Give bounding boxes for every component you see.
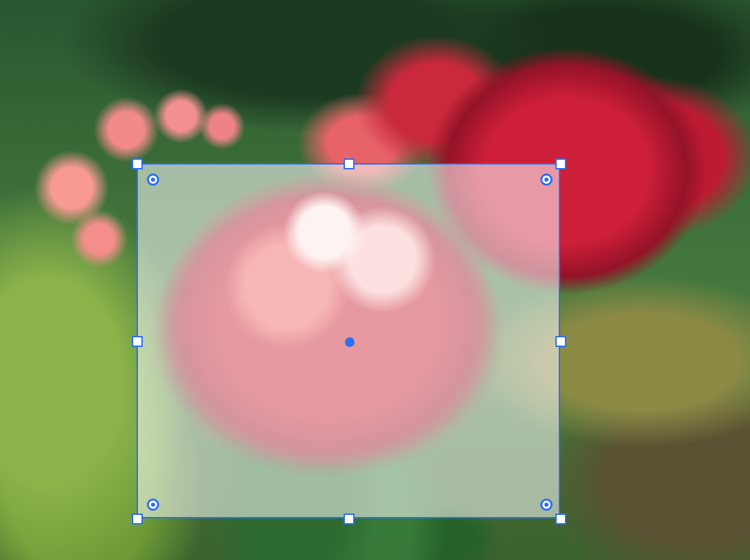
anchor-ne[interactable] <box>540 173 553 186</box>
resize-handle-w[interactable] <box>132 336 143 347</box>
image-canvas[interactable] <box>0 0 750 560</box>
resize-handle-se[interactable] <box>555 514 566 524</box>
resize-handle-ne[interactable] <box>555 158 566 169</box>
resize-handle-nw[interactable] <box>132 158 143 169</box>
selection-rectangle[interactable] <box>137 163 560 518</box>
anchor-se[interactable] <box>540 499 553 511</box>
resize-handle-sw[interactable] <box>132 514 143 524</box>
resize-handle-e[interactable] <box>555 336 566 347</box>
resize-handle-s[interactable] <box>344 514 355 524</box>
anchor-sw[interactable] <box>147 499 159 511</box>
anchor-nw[interactable] <box>147 173 159 186</box>
transform-origin[interactable] <box>345 337 355 347</box>
resize-handle-n[interactable] <box>344 158 355 169</box>
